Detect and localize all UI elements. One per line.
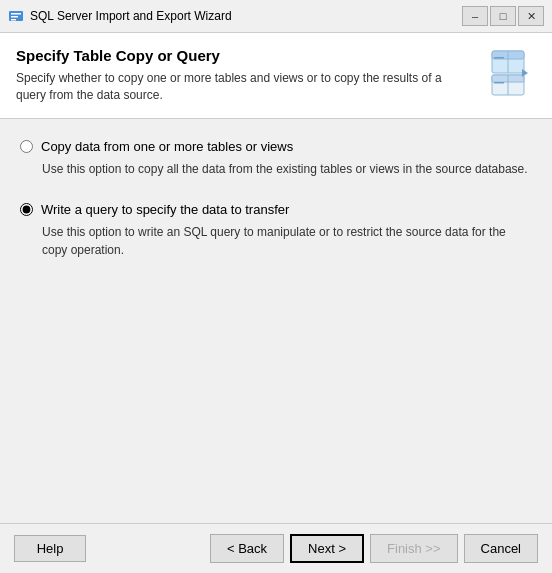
finish-button[interactable]: Finish >>	[370, 534, 457, 563]
maximize-button[interactable]: □	[490, 6, 516, 26]
option-1-radio[interactable]	[20, 140, 33, 153]
cancel-button[interactable]: Cancel	[464, 534, 538, 563]
help-button[interactable]: Help	[14, 535, 86, 562]
svg-marker-10	[522, 69, 528, 77]
window-controls: – □ ✕	[462, 6, 544, 26]
footer-left: Help	[14, 535, 86, 562]
next-button[interactable]: Next >	[290, 534, 364, 563]
svg-rect-2	[11, 16, 18, 18]
svg-rect-12	[494, 82, 504, 84]
option-group-2: Write a query to specify the data to tra…	[20, 202, 532, 259]
content-area: Copy data from one or more tables or vie…	[0, 119, 552, 523]
option-1-description: Use this option to copy all the data fro…	[42, 160, 532, 178]
option-2-label[interactable]: Write a query to specify the data to tra…	[20, 202, 532, 217]
page-description: Specify whether to copy one or more tabl…	[16, 70, 474, 104]
option-2-text: Write a query to specify the data to tra…	[41, 202, 289, 217]
option-group-1: Copy data from one or more tables or vie…	[20, 139, 532, 178]
page-title: Specify Table Copy or Query	[16, 47, 474, 64]
window-title: SQL Server Import and Export Wizard	[30, 9, 462, 23]
option-2-radio[interactable]	[20, 203, 33, 216]
header-text: Specify Table Copy or Query Specify whet…	[16, 47, 474, 104]
svg-rect-1	[11, 13, 21, 15]
option-1-text: Copy data from one or more tables or vie…	[41, 139, 293, 154]
back-button[interactable]: < Back	[210, 534, 284, 563]
footer-right: < Back Next > Finish >> Cancel	[86, 534, 538, 563]
close-button[interactable]: ✕	[518, 6, 544, 26]
option-2-description: Use this option to write an SQL query to…	[42, 223, 532, 259]
footer: Help < Back Next > Finish >> Cancel	[0, 523, 552, 573]
title-bar: SQL Server Import and Export Wizard – □ …	[0, 0, 552, 33]
svg-rect-3	[11, 19, 16, 21]
svg-rect-11	[494, 57, 504, 59]
header-icon	[484, 47, 536, 99]
app-icon	[8, 8, 24, 24]
header-area: Specify Table Copy or Query Specify whet…	[0, 33, 552, 119]
dialog: Specify Table Copy or Query Specify whet…	[0, 33, 552, 573]
minimize-button[interactable]: –	[462, 6, 488, 26]
option-1-label[interactable]: Copy data from one or more tables or vie…	[20, 139, 532, 154]
